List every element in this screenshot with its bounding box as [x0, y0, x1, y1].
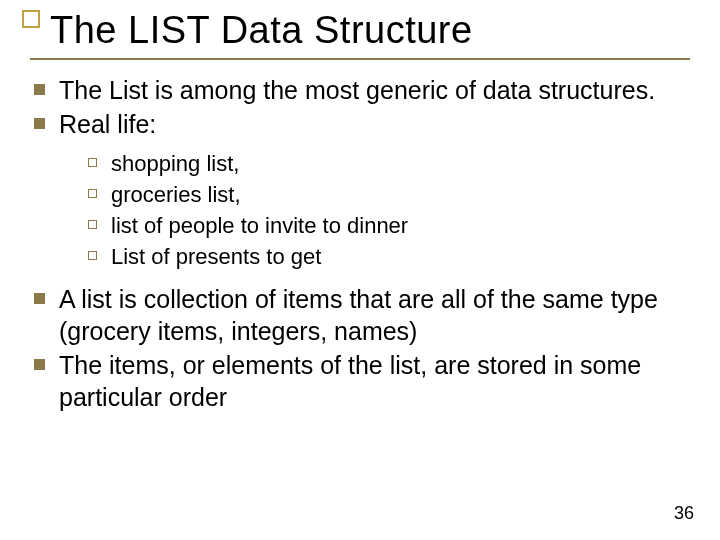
bullet-group-top: The List is among the most generic of da…	[34, 74, 690, 140]
list-item: The items, or elements of the list, are …	[34, 349, 690, 413]
open-square-bullet-icon	[88, 158, 97, 167]
slide: The LIST Data Structure The List is amon…	[0, 0, 720, 540]
bullet-text: list of people to invite to dinner	[111, 212, 690, 240]
list-item: List of presents to get	[88, 243, 690, 271]
slide-body: The List is among the most generic of da…	[30, 74, 690, 414]
open-square-bullet-icon	[88, 220, 97, 229]
square-bullet-icon	[34, 293, 45, 304]
page-number: 36	[674, 503, 694, 524]
square-bullet-icon	[34, 359, 45, 370]
square-bullet-icon	[34, 118, 45, 129]
list-item: shopping list,	[88, 150, 690, 178]
square-bullet-icon	[34, 84, 45, 95]
bullet-group-bottom: A list is collection of items that are a…	[34, 283, 690, 413]
bullet-text: shopping list,	[111, 150, 690, 178]
list-item: The List is among the most generic of da…	[34, 74, 690, 106]
title-rule	[30, 58, 690, 60]
bullet-text: Real life:	[59, 108, 690, 140]
list-item: Real life:	[34, 108, 690, 140]
bullet-text: The List is among the most generic of da…	[59, 74, 690, 106]
list-item: list of people to invite to dinner	[88, 212, 690, 240]
open-square-bullet-icon	[88, 189, 97, 198]
title-accent-box	[22, 10, 40, 28]
open-square-bullet-icon	[88, 251, 97, 260]
bullet-text: A list is collection of items that are a…	[59, 283, 690, 347]
list-item: A list is collection of items that are a…	[34, 283, 690, 347]
list-item: groceries list,	[88, 181, 690, 209]
slide-title: The LIST Data Structure	[50, 10, 690, 52]
bullet-text: The items, or elements of the list, are …	[59, 349, 690, 413]
bullet-text: groceries list,	[111, 181, 690, 209]
sub-bullet-group: shopping list, groceries list, list of p…	[88, 150, 690, 272]
bullet-text: List of presents to get	[111, 243, 690, 271]
